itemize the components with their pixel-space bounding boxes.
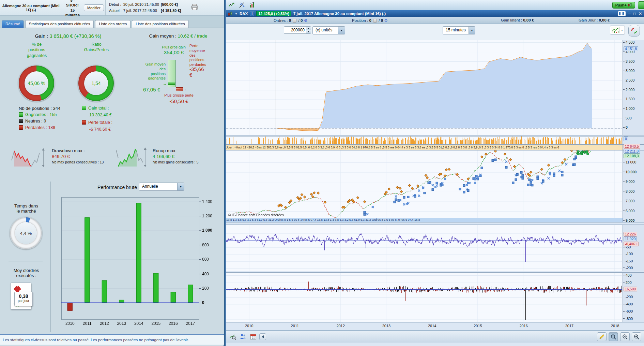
- axis-tick: 1 500: [623, 97, 634, 101]
- section-divider: [9, 139, 216, 139]
- perte-moyenne-marker: [176, 89, 183, 90]
- tab-liste-ordres[interactable]: Liste des ordres: [95, 20, 131, 28]
- legend-perdantes: Perdantes : 189: [19, 125, 55, 130]
- zoom-vertical-button[interactable]: [609, 332, 618, 341]
- drawdown-sparkline-icon: [10, 147, 47, 169]
- axis-tick: -400: [623, 302, 633, 306]
- gm-gagnantes-label: Gain moyen des positions gagnantes: [139, 62, 166, 81]
- chart-area: 4 5004 0003 5003 0002 5002 0001 5001 000…: [226, 40, 644, 330]
- tab-statistiques[interactable]: Statistiques des positions clôturées: [25, 20, 94, 28]
- minimize-button[interactable]: –: [628, 11, 631, 16]
- time-in-market-donut: 4,4 %: [10, 217, 42, 249]
- period-dropdown[interactable]: Annuelle ▼: [139, 183, 184, 191]
- print-icon[interactable]: [191, 4, 198, 12]
- draw-pencil-button[interactable]: [597, 332, 607, 341]
- start-date: 30 juil. 2010 21:45:00: [123, 2, 160, 8]
- keyboard-icon[interactable]: [618, 11, 626, 16]
- axis-tick: 500: [623, 116, 632, 120]
- push-extra-button[interactable]: [638, 1, 644, 9]
- runup-sub: Nb max gains consécutifs : 5: [153, 160, 198, 164]
- strategy-name: 5 - SHORT: [63, 0, 82, 8]
- zoom-chart-icon[interactable]: [229, 333, 237, 341]
- axis-tick: 6 000: [623, 209, 634, 213]
- info-icon[interactable]: i: [250, 12, 254, 16]
- drawing-tools-icon[interactable]: [238, 1, 246, 9]
- oscillator2-axis[interactable]: 400200-200-400-600-80016,500: [623, 272, 644, 322]
- price-badge: 12 425,0 (+0,53%): [256, 11, 291, 16]
- mini-chart-icon: [612, 27, 620, 33]
- arrow-left-icon: ←: [184, 87, 188, 91]
- indicator-line-icon[interactable]: [228, 1, 235, 9]
- push-button[interactable]: Push+: [612, 2, 635, 9]
- chart-titlebar[interactable]: ▼ DAX i 12 425,0 (+0,53%) 7 juil. 2017 A…: [226, 10, 644, 17]
- win-rate-label: % de positions gagnantes: [11, 42, 62, 58]
- axis-tick: 7 000: [623, 199, 634, 203]
- copyright-text: © IT-Finance.com Données différées: [228, 213, 284, 217]
- chevron-down-icon[interactable]: ▼: [235, 12, 237, 15]
- chevron-down-icon: ▼: [621, 29, 623, 31]
- timeframe-dropdown[interactable]: 15 minutes ▼: [443, 26, 475, 34]
- year-label: 2012: [336, 324, 344, 328]
- runup-value: 4 166,60 €: [153, 154, 198, 159]
- increment-button[interactable]: ▲: [306, 27, 311, 30]
- tab-resume[interactable]: Résumé: [2, 20, 24, 28]
- scroll-left-button[interactable]: [259, 333, 266, 340]
- modify-button[interactable]: Modifier: [84, 4, 104, 11]
- avg-orders-unit: par jour: [15, 299, 32, 303]
- axis-tick: 9 000: [623, 179, 634, 184]
- plus-grosse-perte-label: Plus grosse perte: [160, 93, 198, 98]
- red-square-icon: [19, 125, 23, 130]
- symbol-name: DAX: [240, 12, 248, 16]
- annual-performance-chart[interactable]: [58, 194, 223, 328]
- red-square-icon: [82, 120, 86, 125]
- equity-curve-canvas[interactable]: [226, 40, 622, 135]
- unit-value: (x) unités: [313, 27, 338, 34]
- green-square-icon: [82, 106, 86, 110]
- unrealized-gain: Gain latent : 0,00 €: [501, 18, 534, 22]
- zoom-in-button[interactable]: [632, 332, 641, 341]
- price-chart-canvas[interactable]: [226, 150, 622, 222]
- maximize-button[interactable]: □: [633, 11, 636, 16]
- time-axis[interactable]: 201020112012201320142015201620172018: [226, 322, 623, 330]
- runup-label: Runup max:: [153, 148, 198, 153]
- backtest-panel: Allemagne 30 au comptant (Mini 1€) (-) 5…: [0, 0, 224, 346]
- daily-high-low-strip: Jour : +Haut 12 426,5 +Bas 12 383,3 3,8 …: [226, 145, 623, 150]
- strategy-chart-icon[interactable]: [248, 1, 256, 9]
- refresh-button[interactable]: [628, 25, 640, 37]
- unit-dropdown[interactable]: (x) unités ▼: [312, 26, 345, 34]
- price-axis[interactable]: 11 00010 0009 0008 0007 0006 0005 00012 …: [623, 150, 644, 222]
- price-tag: 0: [624, 136, 628, 141]
- gear-icon[interactable]: ⚙: [304, 18, 308, 23]
- axis-tick: 2 500: [623, 78, 634, 82]
- perte-moyenne-label: Perte moyenne des positions perdantes: [189, 44, 217, 67]
- axis-tick: -200: [623, 295, 633, 299]
- positions-count: Nb de positions : 344: [19, 106, 60, 111]
- avg-orders-label: Moy d'ordres exécutés :: [6, 268, 46, 278]
- oscillator1-canvas[interactable]: [226, 225, 622, 271]
- current-date: 7 juil. 2017 22:45:00: [123, 8, 160, 14]
- chevron-down-icon: ▼: [177, 183, 184, 190]
- chart-scrollbar[interactable]: [268, 335, 595, 339]
- orders-status: Ordres : 0 / 0 ⚙: [274, 18, 307, 23]
- tab-liste-positions[interactable]: Liste des positions clôturées: [132, 20, 188, 28]
- activity-band-canvas[interactable]: [226, 136, 622, 144]
- quantity-stepper[interactable]: 200000 ▲▼: [284, 26, 311, 34]
- oscillator1-axis[interactable]: 50-50-100-150-20012 22611 920-0,4061: [623, 225, 644, 271]
- calendar-icon[interactable]: [249, 333, 257, 341]
- position-status: Position : 0 / 0 ⚙: [352, 18, 388, 23]
- band-axis[interactable]: 0: [623, 136, 644, 145]
- decrement-button[interactable]: ▼: [306, 30, 311, 33]
- time-in-market-label: Temps dans le marché: [6, 203, 46, 214]
- chart-style-button[interactable]: ▼: [610, 26, 625, 34]
- year-label: 2011: [291, 324, 299, 328]
- equity-price-axis[interactable]: 4 5004 0003 5003 0002 5002 0001 5001 000…: [623, 40, 644, 135]
- time-in-market-value: 4,4 %: [20, 231, 32, 236]
- traders-icon[interactable]: [239, 333, 247, 341]
- gear-icon[interactable]: ⚙: [384, 18, 388, 23]
- zoom-out-button[interactable]: [620, 332, 630, 341]
- chevron-down-icon: ▼: [338, 27, 345, 34]
- oscillator2-canvas[interactable]: [226, 273, 622, 322]
- gain-total-label: Gain total :: [82, 106, 109, 111]
- price-tag: 11 920: [624, 236, 637, 241]
- close-button[interactable]: ✕: [639, 11, 642, 16]
